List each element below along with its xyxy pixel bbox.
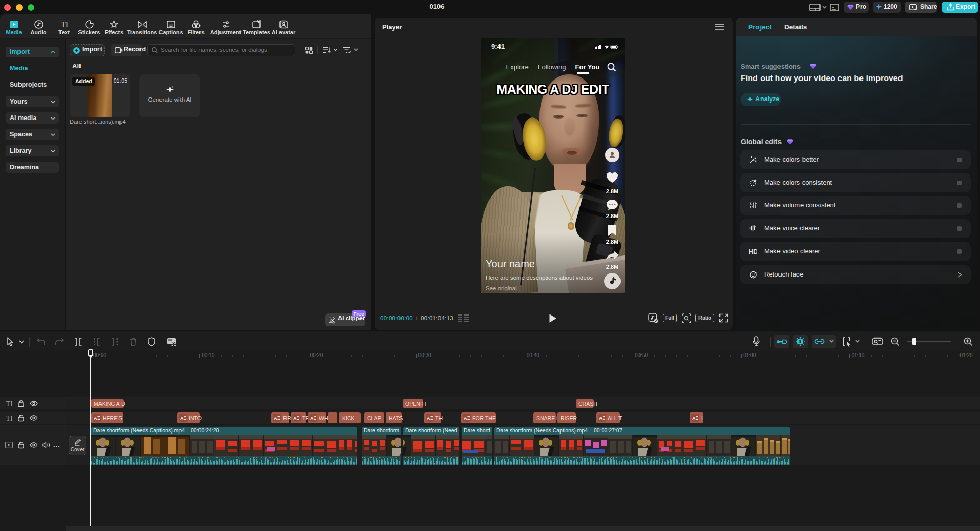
- svg-text:A: A: [310, 416, 314, 420]
- svg-text:HD: HD: [749, 248, 757, 255]
- svg-text:A: A: [274, 416, 277, 420]
- svg-text:A: A: [427, 416, 430, 420]
- svg-text:A: A: [94, 416, 97, 420]
- svg-text:TI: TI: [6, 400, 13, 407]
- svg-text:TI: TI: [6, 415, 13, 422]
- svg-text:A: A: [599, 416, 603, 420]
- svg-text:A: A: [180, 416, 184, 420]
- svg-text:A: A: [293, 416, 297, 420]
- svg-text:A: A: [692, 416, 696, 420]
- svg-text:A: A: [464, 416, 467, 420]
- svg-text:TI: TI: [61, 20, 68, 29]
